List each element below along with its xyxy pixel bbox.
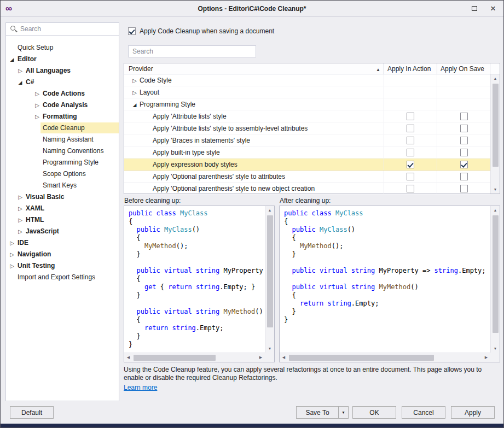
scroll-left-icon[interactable] (280, 353, 288, 362)
provider-row-apply-attribute-lists-style-to-assembly-level-attributes[interactable]: Apply 'Attribute lists' style to assembl… (124, 122, 490, 134)
default-button[interactable]: Default (10, 406, 54, 419)
before-vscroll-thumb[interactable] (267, 215, 273, 327)
apply-on-save-column-header[interactable]: Apply On Save (437, 63, 490, 74)
sidebar-item-navigation[interactable]: ▷Navigation (6, 248, 119, 260)
apply-in-action-checkbox[interactable] (407, 173, 414, 180)
after-vscroll-thumb[interactable] (493, 215, 499, 333)
collapsed-arrow-icon[interactable]: ▷ (10, 251, 14, 257)
sidebar-item-code-cleanup[interactable]: Code Cleanup (6, 122, 119, 133)
provider-row-apply-optional-parenthesis-style-to-attributes[interactable]: Apply 'Optional parenthesis' style to at… (124, 171, 490, 183)
save-to-button[interactable]: Save To (296, 406, 349, 419)
provider-row-apply-attribute-lists-style[interactable]: Apply 'Attribute lists' style (124, 110, 490, 122)
after-hscroll-thumb[interactable] (289, 355, 434, 361)
provider-column-header[interactable]: Provider (124, 63, 384, 74)
sidebar-item-code-analysis[interactable]: ▷Code Analysis (6, 99, 119, 110)
sidebar-item-all-languages[interactable]: ▷All Languages (6, 65, 119, 76)
apply-in-action-checkbox[interactable] (407, 113, 414, 120)
provider-row-apply-built-in-type-style[interactable]: Apply built-in type style (124, 146, 490, 159)
sidebar-item-unit-testing[interactable]: ▷Unit Testing (6, 260, 119, 271)
collapsed-arrow-icon[interactable]: ▷ (10, 263, 14, 269)
sidebar-item-import-and-export-settings[interactable]: Import and Export Settings (6, 271, 119, 283)
sidebar-item-c[interactable]: ◢C# (6, 76, 119, 87)
provider-group-row-programming-style[interactable]: ◢Programming Style (124, 98, 490, 110)
dropdown-arrow-icon[interactable] (339, 411, 348, 414)
before-vertical-scrollbar[interactable] (265, 206, 274, 353)
collapsed-arrow-icon[interactable]: ▷ (35, 91, 39, 97)
after-horizontal-scrollbar[interactable] (280, 353, 490, 362)
apply-in-action-checkbox[interactable] (407, 161, 414, 168)
collapsed-arrow-icon[interactable]: ▷ (35, 102, 39, 108)
scroll-right-icon[interactable] (482, 353, 490, 362)
scroll-down-icon[interactable] (491, 185, 500, 194)
expanded-arrow-icon[interactable]: ◢ (19, 80, 22, 85)
sidebar-item-programming-style[interactable]: Programming Style (6, 156, 119, 168)
collapsed-arrow-icon[interactable]: ▷ (10, 240, 14, 246)
provider-row-apply-optional-parenthesis-style-to-new-object-creation[interactable]: Apply 'Optional parenthesis' style to ne… (124, 183, 490, 195)
collapsed-arrow-icon[interactable]: ▷ (132, 90, 137, 96)
after-vertical-scrollbar[interactable] (490, 206, 500, 353)
before-hscroll-thumb[interactable] (134, 355, 216, 361)
expanded-arrow-icon[interactable]: ◢ (133, 102, 137, 108)
sidebar-item-smart-keys[interactable]: Smart Keys (6, 179, 119, 191)
sidebar-item-visual-basic[interactable]: ▷Visual Basic (6, 191, 119, 202)
scroll-up-icon[interactable] (265, 206, 275, 214)
scroll-right-icon[interactable] (257, 353, 265, 362)
scroll-up-icon[interactable] (491, 74, 500, 83)
learn-more-link[interactable]: Learn more (124, 384, 157, 392)
expanded-arrow-icon[interactable]: ◢ (10, 57, 14, 62)
sidebar-item-html[interactable]: ▷HTML (6, 214, 119, 225)
scroll-down-icon[interactable] (265, 344, 275, 353)
scroll-down-icon[interactable] (491, 344, 500, 353)
apply-code-cleanup-option[interactable]: Apply Code Cleanup when saving a documen… (128, 27, 274, 35)
before-horizontal-scrollbar[interactable] (124, 353, 265, 362)
sidebar-item-quick-setup[interactable]: Quick Setup (6, 42, 119, 53)
sidebar-item-editor[interactable]: ◢Editor (6, 53, 119, 65)
apply-in-action-checkbox[interactable] (407, 137, 414, 144)
scroll-left-icon[interactable] (124, 353, 132, 362)
grid-scrollbar-thumb[interactable] (493, 84, 499, 167)
options-sidebar: Quick Setup◢Editor▷All Languages◢C#▷Code… (5, 22, 119, 401)
scroll-up-icon[interactable] (491, 206, 500, 214)
provider-cell: ▷Layout (124, 86, 384, 98)
apply-button[interactable]: Apply (451, 406, 495, 419)
maximize-button[interactable] (465, 1, 484, 16)
provider-row-apply-expression-body-styles[interactable]: Apply expression body styles (124, 159, 490, 171)
apply-on-save-checkbox[interactable] (460, 161, 468, 168)
apply-on-save-checkbox[interactable] (460, 137, 468, 144)
sidebar-item-xaml[interactable]: ▷XAML (6, 202, 119, 214)
apply-on-save-checkbox[interactable] (460, 173, 468, 180)
grid-vertical-scrollbar[interactable] (490, 74, 500, 194)
close-button[interactable] (484, 1, 502, 16)
apply-on-save-checkbox[interactable] (460, 185, 468, 192)
provider-search-input[interactable] (129, 46, 256, 57)
collapsed-arrow-icon[interactable]: ▷ (18, 217, 22, 223)
apply-on-save-checkbox[interactable] (460, 125, 468, 132)
apply-code-cleanup-checkbox[interactable] (128, 27, 136, 35)
collapsed-arrow-icon[interactable]: ▷ (18, 68, 22, 74)
provider-group-row-layout[interactable]: ▷Layout (124, 86, 490, 98)
provider-row-apply-braces-in-statements-style[interactable]: Apply 'Braces in statements' style (124, 134, 490, 146)
collapsed-arrow-icon[interactable]: ▷ (18, 228, 22, 234)
apply-on-save-checkbox[interactable] (460, 149, 468, 156)
collapsed-arrow-icon[interactable]: ▷ (132, 78, 137, 84)
collapsed-arrow-icon[interactable]: ▷ (18, 206, 22, 212)
sidebar-item-scope-options[interactable]: Scope Options (6, 168, 119, 179)
sidebar-item-naming-conventions[interactable]: Naming Conventions (6, 145, 119, 156)
provider-group-row-code-style[interactable]: ▷Code Style (124, 74, 490, 86)
sidebar-item-javascript[interactable]: ▷JavaScript (6, 225, 119, 237)
collapsed-arrow-icon[interactable]: ▷ (18, 194, 22, 200)
sidebar-item-formatting[interactable]: ▷Formatting (6, 110, 119, 122)
apply-in-action-column-header[interactable]: Apply In Action (384, 63, 437, 74)
sidebar-item-naming-assistant[interactable]: Naming Assistant (6, 133, 119, 145)
collapsed-arrow-icon[interactable]: ▷ (35, 114, 39, 120)
apply-in-action-checkbox[interactable] (407, 185, 414, 192)
background-strip (1, 424, 503, 427)
sidebar-item-code-actions[interactable]: ▷Code Actions (6, 87, 119, 99)
apply-in-action-checkbox[interactable] (407, 125, 414, 132)
sidebar-item-ide[interactable]: ▷IDE (6, 237, 119, 248)
cancel-button[interactable]: Cancel (402, 406, 445, 419)
apply-in-action-checkbox[interactable] (407, 149, 414, 156)
ok-button[interactable]: OK (352, 406, 396, 419)
sidebar-search-input[interactable] (6, 23, 119, 35)
apply-on-save-checkbox[interactable] (460, 113, 468, 120)
